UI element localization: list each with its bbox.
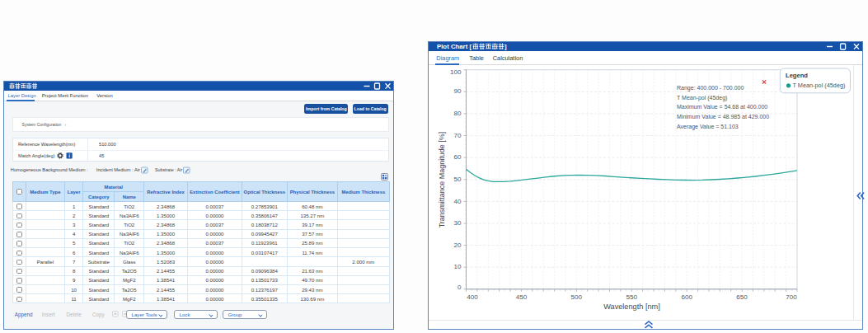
svg-text:Legend: Legend (786, 72, 808, 79)
svg-text:100: 100 (450, 68, 462, 76)
svg-text:T Mean-pol (45deg): T Mean-pol (45deg) (793, 82, 846, 89)
svg-text:0: 0 (457, 284, 462, 291)
svg-text:Wavelength [nm]: Wavelength [nm] (603, 303, 660, 311)
svg-text:30: 30 (453, 219, 462, 227)
svg-text:T Mean-pol (45deg): T Mean-pol (45deg) (677, 95, 727, 101)
svg-text:550: 550 (626, 293, 637, 301)
svg-text:90: 90 (453, 87, 462, 95)
svg-text:500: 500 (571, 293, 583, 301)
svg-text:10: 10 (453, 263, 462, 270)
svg-text:Transmittance Magnitude [%]: Transmittance Magnitude [%] (438, 132, 446, 228)
svg-text:600: 600 (681, 293, 692, 301)
svg-text:80: 80 (453, 110, 462, 117)
svg-text:Range: 400.000 - 700.000: Range: 400.000 - 700.000 (677, 85, 744, 91)
svg-text:50: 50 (453, 176, 462, 183)
svg-text:Average Value = 51.103: Average Value = 51.103 (677, 124, 739, 130)
svg-text:650: 650 (736, 293, 748, 301)
svg-text:Maximum Value = 54.68 at 400.0: Maximum Value = 54.68 at 400.000 (677, 104, 767, 110)
svg-text:70: 70 (453, 132, 462, 139)
svg-text:400: 400 (467, 293, 478, 301)
svg-text:20: 20 (453, 242, 462, 249)
svg-text:Minimum Value = 48.985 at 429.: Minimum Value = 48.985 at 429.000 (677, 114, 769, 120)
svg-text:700: 700 (786, 293, 797, 301)
svg-text:450: 450 (516, 293, 528, 301)
svg-text:60: 60 (453, 153, 462, 161)
svg-text:40: 40 (453, 198, 462, 205)
